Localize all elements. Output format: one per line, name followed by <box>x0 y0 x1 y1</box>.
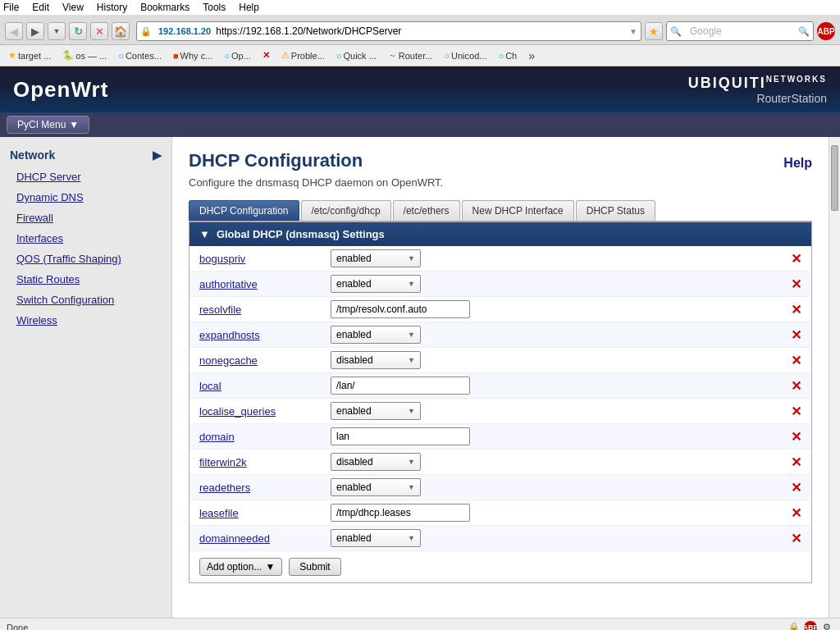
search-input[interactable]: Google <box>685 25 795 37</box>
config-field-label[interactable]: domain <box>199 431 235 443</box>
sidebar-item-wireless[interactable]: Wireless <box>0 310 171 331</box>
delete-row-button[interactable]: ✕ <box>791 353 801 368</box>
sidebar-item-dhcp-server[interactable]: DHCP Server <box>0 167 171 187</box>
pyci-menu-button[interactable]: PyCI Menu ▼ <box>7 116 89 134</box>
config-select[interactable]: enabled▼ <box>331 402 421 420</box>
bookmark-target[interactable]: ★ target ... <box>3 48 56 62</box>
menu-edit[interactable]: Edit <box>32 2 49 13</box>
delete-row-button[interactable]: ✕ <box>791 251 801 267</box>
scrollbar[interactable] <box>829 137 840 618</box>
delete-row-button[interactable]: ✕ <box>791 480 801 495</box>
menu-help[interactable]: Help <box>239 2 259 13</box>
delete-row-button[interactable]: ✕ <box>791 429 801 445</box>
search-submit-icon[interactable]: 🔍 <box>795 26 813 37</box>
config-select[interactable]: enabled▼ <box>331 529 421 547</box>
help-link[interactable]: Help <box>783 156 812 171</box>
page-description: Configure the dnsmasq DHCP daemon on Ope… <box>189 176 812 189</box>
tab-etc-config-dhcp[interactable]: /etc/config/dhcp <box>301 200 391 221</box>
status-settings-icon[interactable]: ⚙ <box>820 621 833 631</box>
delete-row-button[interactable]: ✕ <box>791 531 801 546</box>
bookmark-unicode-icon: ○ <box>444 51 450 61</box>
bookmark-problem[interactable]: ⚠ Proble... <box>276 48 330 62</box>
config-text-input[interactable] <box>331 427 470 445</box>
menu-history[interactable]: History <box>97 2 127 13</box>
bookmark-op[interactable]: ○ Op... <box>219 49 256 62</box>
config-select[interactable]: enabled▼ <box>331 249 421 267</box>
stop-button[interactable]: ✕ <box>90 22 108 40</box>
back-button[interactable]: ◀ <box>5 22 23 40</box>
config-field-label[interactable]: authoritative <box>199 278 258 290</box>
config-field-label[interactable]: domainneeded <box>199 532 270 545</box>
config-field-label[interactable]: resolvfile <box>199 304 241 316</box>
tab-dhcp-config[interactable]: DHCP Configuration <box>189 200 299 221</box>
tab-etc-ethers[interactable]: /etc/ethers <box>393 200 460 221</box>
pyci-menu-arrow: ▼ <box>69 119 79 130</box>
sidebar-item-interfaces[interactable]: Interfaces <box>0 228 171 249</box>
config-text-input[interactable] <box>331 300 470 318</box>
bookmark-why-icon: ■ <box>173 51 179 61</box>
forward-dropdown[interactable]: ▼ <box>48 22 66 40</box>
config-select[interactable]: enabled▼ <box>331 478 421 496</box>
config-select[interactable]: enabled▼ <box>331 326 421 344</box>
submit-button[interactable]: Submit <box>289 558 340 576</box>
config-field-label[interactable]: leasefile <box>199 507 239 519</box>
delete-row-button[interactable]: ✕ <box>791 276 801 292</box>
delete-row-button[interactable]: ✕ <box>791 302 801 317</box>
bookmark-x-icon: ✕ <box>262 50 270 61</box>
scrollbar-thumb[interactable] <box>831 145 838 211</box>
config-field-label[interactable]: expandhosts <box>199 329 260 341</box>
pyci-menu-label: PyCI Menu <box>17 119 66 130</box>
config-field-label[interactable]: nonegcache <box>199 354 258 367</box>
add-option-button[interactable]: Add option... ▼ <box>199 558 282 576</box>
config-field-label[interactable]: boguspriv <box>199 253 245 265</box>
tab-dhcp-status[interactable]: DHCP Status <box>576 200 655 221</box>
sidebar-item-static-routes[interactable]: Static Routes <box>0 269 171 290</box>
collapse-arrow-icon[interactable]: ▼ <box>199 228 210 240</box>
config-select[interactable]: enabled▼ <box>331 275 421 293</box>
address-bar[interactable]: 🔒 192.168.1.20 https://192.168.1.20/Netw… <box>136 21 641 41</box>
delete-row-button[interactable]: ✕ <box>791 454 801 470</box>
bookmark-contest[interactable]: ○ Contes... <box>113 49 167 62</box>
config-actions: Add option... ▼ Submit <box>189 551 811 582</box>
config-field-label[interactable]: local <box>199 380 221 392</box>
table-row: domain✕ <box>189 424 811 450</box>
config-select[interactable]: disabled▼ <box>331 453 421 471</box>
bookmark-router[interactable]: ～ Router... <box>383 48 438 63</box>
bookmark-quick[interactable]: ○ Quick ... <box>331 49 381 62</box>
adblock-button[interactable]: ABP <box>817 22 835 40</box>
menu-bookmarks[interactable]: Bookmarks <box>140 2 189 13</box>
config-field-label[interactable]: readethers <box>199 482 250 494</box>
forward-button[interactable]: ▶ <box>26 22 44 40</box>
delete-row-button[interactable]: ✕ <box>791 378 801 394</box>
app-header: OpenWrt UBIQUITINETWORKS RouterStation <box>0 66 840 112</box>
bookmark-unicode[interactable]: ○ Unicod... <box>439 49 491 62</box>
adblock-status-icon: ABP <box>804 621 817 631</box>
menu-tools[interactable]: Tools <box>203 2 226 13</box>
config-select[interactable]: disabled▼ <box>331 351 421 369</box>
table-row: nonegcachedisabled▼✕ <box>189 348 811 373</box>
config-text-input[interactable] <box>331 377 470 395</box>
menu-view[interactable]: View <box>62 2 84 13</box>
bookmark-why[interactable]: ■ Why c... <box>168 49 217 62</box>
refresh-button[interactable]: ↻ <box>69 22 87 40</box>
sidebar-item-switch-config[interactable]: Switch Configuration <box>0 290 171 310</box>
bookmark-star[interactable]: ★ <box>645 22 663 40</box>
menu-file[interactable]: File <box>3 2 19 13</box>
delete-row-button[interactable]: ✕ <box>791 505 801 521</box>
config-field-label[interactable]: filterwin2k <box>199 456 247 468</box>
bookmark-os[interactable]: 🐍 os — ... <box>57 48 112 62</box>
sidebar-item-firewall[interactable]: Firewall <box>0 208 171 228</box>
delete-row-button[interactable]: ✕ <box>791 327 801 343</box>
address-dropdown-icon[interactable]: ▼ <box>626 27 641 36</box>
delete-row-button[interactable]: ✕ <box>791 404 801 419</box>
search-bar[interactable]: 🔍 Google 🔍 <box>666 21 814 41</box>
sidebar-item-dynamic-dns[interactable]: Dynamic DNS <box>0 187 171 208</box>
bookmark-ch[interactable]: ○ Ch <box>493 49 522 62</box>
config-field-label[interactable]: localise_queries <box>199 405 276 418</box>
config-text-input[interactable] <box>331 504 470 522</box>
bookmark-close-x[interactable]: ✕ <box>258 48 275 62</box>
home-button[interactable]: 🏠 <box>112 22 130 40</box>
tab-new-dhcp-interface[interactable]: New DHCP Interface <box>462 200 574 221</box>
bookmark-add[interactable]: » <box>523 48 540 64</box>
sidebar-item-qos[interactable]: QOS (Traffic Shaping) <box>0 249 171 269</box>
